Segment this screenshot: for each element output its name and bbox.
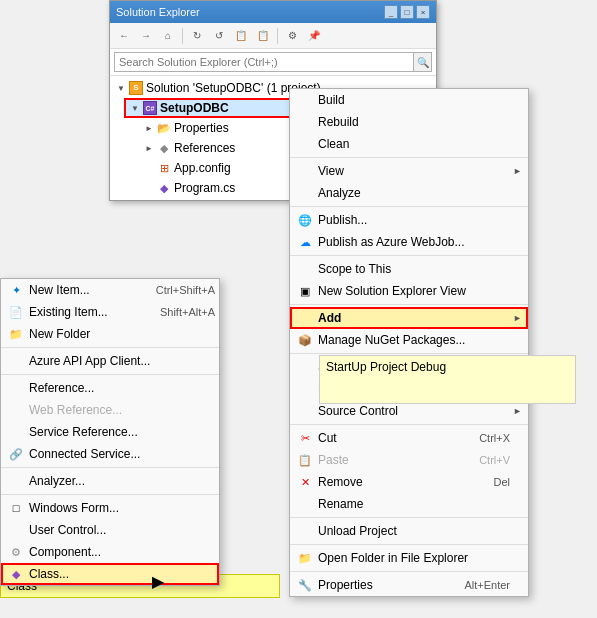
ctx-properties[interactable]: 🔧 Properties Alt+Enter	[290, 574, 528, 596]
project-icon: C#	[142, 100, 158, 116]
ctx-analyze[interactable]: Analyze	[290, 182, 528, 204]
ctx-sep-4	[290, 304, 528, 305]
ctx-class[interactable]: ◆ Class...	[1, 563, 219, 585]
ctx-user-control[interactable]: User Control...	[1, 519, 219, 541]
ctx-service-reference[interactable]: Service Reference...	[1, 421, 219, 443]
back-button[interactable]: ←	[114, 26, 134, 46]
expand-arrow-2: ▼	[128, 101, 142, 115]
window-titlebar: Solution Explorer _ □ ×	[110, 1, 436, 23]
refresh-button[interactable]: ↺	[209, 26, 229, 46]
existing-shortcut: Shift+Alt+A	[160, 306, 215, 318]
ctx-view[interactable]: View ►	[290, 160, 528, 182]
ctx-publish-azure[interactable]: ☁ Publish as Azure WebJob...	[290, 231, 528, 253]
analyze-icon	[296, 184, 314, 202]
search-input[interactable]	[114, 52, 414, 72]
cut-icon: ✂	[296, 429, 314, 447]
close-button[interactable]: ×	[416, 5, 430, 19]
submenu-add: ✦ New Item... Ctrl+Shift+A 📄 Existing It…	[0, 278, 220, 586]
context-menu-main: Build Rebuild Clean View ► Analyze 🌐 Pub…	[289, 88, 529, 597]
paste-button[interactable]: 📋	[253, 26, 273, 46]
programcs-label: Program.cs	[174, 181, 235, 195]
references-icon: ◆	[156, 140, 172, 156]
unload-icon	[296, 522, 314, 540]
ctx-azure-api[interactable]: Azure API App Client...	[1, 350, 219, 372]
ctx-new-folder[interactable]: 📁 New Folder	[1, 323, 219, 345]
new-folder-icon: 📁	[7, 325, 25, 343]
ctx-cut[interactable]: ✂ Cut Ctrl+X	[290, 427, 528, 449]
settings-button[interactable]: ⚙	[282, 26, 302, 46]
window-title: Solution Explorer	[116, 6, 200, 18]
ctx-sep-1	[290, 157, 528, 158]
component-icon: ⚙	[7, 543, 25, 561]
remove-icon: ✕	[296, 473, 314, 491]
ctx-component[interactable]: ⚙ Component...	[1, 541, 219, 563]
ctx-rename[interactable]: Rename	[290, 493, 528, 515]
ctx-analyzer[interactable]: Analyzer...	[1, 470, 219, 492]
ctx-reference[interactable]: Reference...	[1, 377, 219, 399]
ctx-scope[interactable]: Scope to This	[290, 258, 528, 280]
ctx-sep-6	[290, 424, 528, 425]
user-control-icon	[7, 521, 25, 539]
references-label: References	[174, 141, 235, 155]
ctx-clean[interactable]: Clean	[290, 133, 528, 155]
ref-icon	[7, 379, 25, 397]
ctx-remove[interactable]: ✕ Remove Del	[290, 471, 528, 493]
properties-icon: 📂	[156, 120, 172, 136]
ctx-existing-item[interactable]: 📄 Existing Item... Shift+Alt+A	[1, 301, 219, 323]
view-icon	[296, 162, 314, 180]
home-button[interactable]: ⌂	[158, 26, 178, 46]
ctx-open-folder[interactable]: 📁 Open Folder in File Explorer	[290, 547, 528, 569]
appconfig-label: App.config	[174, 161, 231, 175]
ctx-build[interactable]: Build	[290, 89, 528, 111]
build-icon	[296, 91, 314, 109]
copy-button[interactable]: 📋	[231, 26, 251, 46]
ctx-unload[interactable]: Unload Project	[290, 520, 528, 542]
ctx-windows-form[interactable]: □ Windows Form...	[1, 497, 219, 519]
ctx-sep-add-4	[1, 494, 219, 495]
ctx-sep-7	[290, 517, 528, 518]
paste-shortcut: Ctrl+V	[479, 454, 510, 466]
ctx-publish[interactable]: 🌐 Publish...	[290, 209, 528, 231]
view-arrow: ►	[513, 166, 522, 176]
project-label: SetupODBC	[160, 101, 229, 115]
ctx-new-item[interactable]: ✦ New Item... Ctrl+Shift+A	[1, 279, 219, 301]
azure-api-icon	[7, 352, 25, 370]
config-icon: ⊞	[156, 160, 172, 176]
pin-button[interactable]: 📌	[304, 26, 324, 46]
paste-icon: 📋	[296, 451, 314, 469]
startup-debug-tooltip: StartUp Project Debug	[319, 355, 576, 404]
folder-icon: 📁	[296, 549, 314, 567]
azure-icon: ☁	[296, 233, 314, 251]
ctx-sep-add-3	[1, 467, 219, 468]
ctx-rebuild[interactable]: Rebuild	[290, 111, 528, 133]
maximize-button[interactable]: □	[400, 5, 414, 19]
properties-icon-2: 🔧	[296, 576, 314, 594]
debug-icon	[296, 380, 314, 398]
ctx-sep-8	[290, 544, 528, 545]
ctx-new-explorer[interactable]: ▣ New Solution Explorer View	[290, 280, 528, 302]
toolbar: ← → ⌂ ↻ ↺ 📋 📋 ⚙ 📌	[110, 23, 436, 49]
minimize-button[interactable]: _	[384, 5, 398, 19]
properties-label: Properties	[174, 121, 229, 135]
ctx-sep-add-2	[1, 374, 219, 375]
nuget-icon: 📦	[296, 331, 314, 349]
sync-button[interactable]: ↻	[187, 26, 207, 46]
window-controls[interactable]: _ □ ×	[384, 5, 430, 19]
solution-icon: S	[128, 80, 144, 96]
forward-button[interactable]: →	[136, 26, 156, 46]
ctx-sep-add-1	[1, 347, 219, 348]
ctx-connected-service[interactable]: 🔗 Connected Service...	[1, 443, 219, 465]
clean-icon	[296, 135, 314, 153]
ctx-nuget[interactable]: 📦 Manage NuGet Packages...	[290, 329, 528, 351]
scope-icon	[296, 260, 314, 278]
rebuild-icon	[296, 113, 314, 131]
ctx-sep-2	[290, 206, 528, 207]
rename-icon	[296, 495, 314, 513]
ctx-web-reference[interactable]: Web Reference...	[1, 399, 219, 421]
ctx-paste[interactable]: 📋 Paste Ctrl+V	[290, 449, 528, 471]
ctx-add[interactable]: Add ►	[290, 307, 528, 329]
analyzer-icon	[7, 472, 25, 490]
new-item-icon: ✦	[7, 281, 25, 299]
search-button[interactable]: 🔍	[414, 52, 432, 72]
properties-shortcut: Alt+Enter	[464, 579, 510, 591]
